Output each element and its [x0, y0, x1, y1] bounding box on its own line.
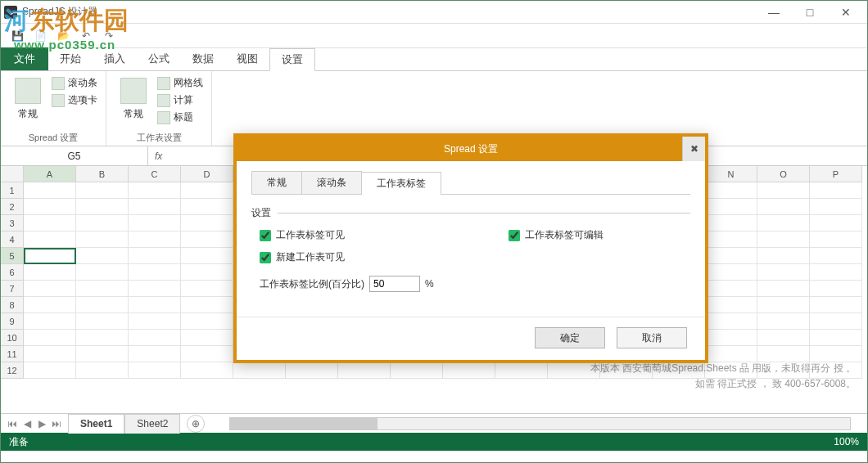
cell[interactable] — [181, 182, 233, 199]
tab-view[interactable]: 视图 — [225, 47, 269, 70]
add-sheet-button[interactable]: ⊕ — [187, 415, 205, 433]
checkbox-newsheet-visible[interactable]: 新建工作表可见 — [260, 250, 345, 264]
maximize-button[interactable]: □ — [792, 2, 828, 23]
cell[interactable] — [705, 182, 757, 199]
row-header[interactable]: 3 — [1, 215, 24, 232]
export-icon[interactable]: 📄 — [32, 28, 48, 44]
cell[interactable] — [24, 248, 76, 264]
cell[interactable] — [129, 215, 181, 232]
sheet-general-button[interactable]: 常规 — [115, 74, 152, 130]
cell[interactable] — [24, 330, 76, 346]
file-tab[interactable]: 文件 — [1, 47, 48, 70]
sheet-nav-last-icon[interactable]: ⏭ — [50, 417, 63, 430]
cell[interactable] — [24, 346, 76, 362]
cell[interactable] — [757, 199, 810, 215]
cell[interactable] — [495, 362, 548, 379]
cell[interactable] — [286, 362, 338, 379]
checkbox-tab-visible[interactable]: 工作表标签可见 — [260, 228, 345, 242]
col-header[interactable]: O — [757, 166, 810, 182]
tab-formula[interactable]: 公式 — [137, 47, 181, 70]
sheet-tab-2[interactable]: Sheet2 — [124, 414, 180, 434]
cell[interactable] — [810, 297, 862, 313]
cell[interactable] — [129, 182, 181, 199]
sheet-nav-next-icon[interactable]: ▶ — [35, 417, 48, 430]
cell[interactable] — [24, 182, 76, 199]
cell[interactable] — [24, 313, 76, 330]
dialog-tab-general[interactable]: 常规 — [251, 171, 302, 194]
row-header[interactable]: 1 — [1, 182, 24, 199]
row-header[interactable]: 5 — [1, 248, 24, 264]
cell[interactable] — [757, 232, 810, 248]
cell[interactable] — [757, 182, 810, 199]
cell[interactable] — [24, 232, 76, 248]
dialog-tab-sheettab[interactable]: 工作表标签 — [361, 172, 441, 195]
headers-item[interactable]: 标题 — [157, 110, 203, 124]
cell[interactable] — [129, 281, 181, 297]
dialog-title-bar[interactable]: Spread 设置 ✖ — [237, 137, 705, 161]
sheet-nav-prev-icon[interactable]: ◀ — [20, 417, 34, 430]
row-header[interactable]: 7 — [1, 281, 24, 297]
cell[interactable] — [76, 182, 129, 199]
cell[interactable] — [757, 330, 810, 346]
cell[interactable] — [129, 199, 181, 215]
dialog-tab-scrollbar[interactable]: 滚动条 — [301, 171, 362, 194]
scrollbar-thumb[interactable] — [230, 418, 377, 429]
sheet-tab-1[interactable]: Sheet1 — [68, 414, 124, 434]
cell[interactable] — [129, 313, 181, 330]
cell[interactable] — [181, 199, 233, 215]
cell[interactable] — [181, 362, 233, 379]
cell[interactable] — [24, 215, 76, 232]
row-header[interactable]: 12 — [1, 362, 24, 379]
cell[interactable] — [705, 330, 757, 346]
cell[interactable] — [76, 199, 129, 215]
cell[interactable] — [76, 264, 129, 281]
cell[interactable] — [810, 215, 862, 232]
zoom-level[interactable]: 100% — [834, 436, 859, 447]
cell[interactable] — [391, 362, 443, 379]
col-header[interactable]: C — [129, 166, 181, 182]
col-header[interactable]: A — [24, 166, 76, 182]
cell[interactable] — [810, 313, 862, 330]
tab-settings[interactable]: 设置 — [269, 48, 315, 71]
corner-header[interactable] — [1, 166, 24, 182]
cell[interactable] — [810, 264, 862, 281]
cell[interactable] — [705, 297, 757, 313]
save-icon[interactable]: 💾 — [9, 28, 25, 44]
cell[interactable] — [338, 362, 391, 379]
col-header[interactable]: B — [76, 166, 129, 182]
cell[interactable] — [705, 313, 757, 330]
tab-home[interactable]: 开始 — [48, 47, 93, 70]
open-icon[interactable]: 📂 — [55, 28, 71, 44]
ok-button[interactable]: 确定 — [535, 327, 605, 348]
calc-item[interactable]: 计算 — [157, 93, 203, 107]
col-header[interactable]: D — [181, 166, 233, 182]
cell[interactable] — [129, 330, 181, 346]
cell[interactable] — [181, 297, 233, 313]
redo-icon[interactable]: ↷ — [101, 28, 117, 44]
cell[interactable] — [757, 248, 810, 264]
cell[interactable] — [129, 264, 181, 281]
cell[interactable] — [810, 281, 862, 297]
col-header[interactable]: P — [810, 166, 862, 182]
cell[interactable] — [181, 264, 233, 281]
cell[interactable] — [129, 346, 181, 362]
cell[interactable] — [757, 297, 810, 313]
cell[interactable] — [76, 232, 129, 248]
tabstrip-item[interactable]: 选项卡 — [52, 93, 97, 107]
horizontal-scrollbar[interactable] — [229, 417, 851, 430]
row-header[interactable]: 10 — [1, 330, 24, 346]
cell[interactable] — [76, 281, 129, 297]
cell[interactable] — [129, 297, 181, 313]
cell[interactable] — [129, 362, 181, 379]
cell[interactable] — [705, 248, 757, 264]
cell[interactable] — [181, 232, 233, 248]
cell[interactable] — [810, 248, 862, 264]
cell[interactable] — [757, 215, 810, 232]
checkbox-tab-editable[interactable]: 工作表标签可编辑 — [509, 228, 604, 242]
cell[interactable] — [443, 362, 495, 379]
minimize-button[interactable]: — — [756, 2, 792, 23]
checkbox-newsheet-visible-input[interactable] — [260, 252, 271, 263]
cell[interactable] — [810, 232, 862, 248]
cell[interactable] — [129, 232, 181, 248]
row-header[interactable]: 4 — [1, 232, 24, 248]
